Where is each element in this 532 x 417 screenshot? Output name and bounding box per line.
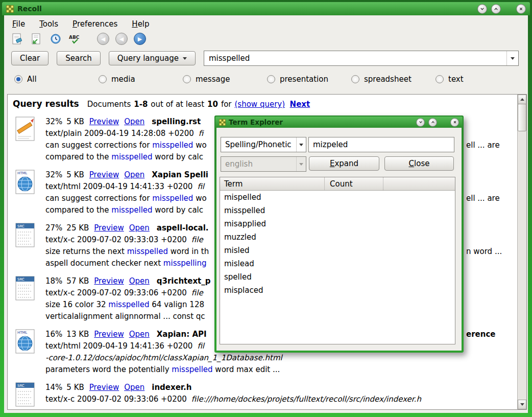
result-meta: text/x-c 2009-07-02 09:33:06 +0200 [45, 288, 187, 297]
maximize-button[interactable] [428, 118, 437, 127]
file-size: 57 KB [66, 276, 89, 286]
nav-next-icon[interactable]: ▶ [134, 33, 146, 45]
menu-help[interactable]: Help [132, 19, 149, 29]
dialog-title: Term Explorer [229, 118, 413, 126]
close-button[interactable] [450, 118, 459, 127]
chevron-down-icon [511, 57, 515, 60]
term-row[interactable]: mislead [220, 257, 455, 270]
term-row[interactable]: misspelled [220, 204, 455, 217]
preview-link[interactable]: Preview [94, 330, 124, 339]
preview-link[interactable]: Preview [89, 117, 119, 126]
result-path: fi [199, 129, 203, 138]
term-input[interactable]: mizpeled [308, 137, 454, 152]
result-title: aspell-local. [157, 223, 209, 233]
query-input[interactable]: misspelled [204, 54, 506, 63]
file-size: 5 KB [66, 170, 84, 179]
preview-link[interactable]: Preview [89, 170, 119, 179]
source-file-icon: SRC [13, 275, 45, 322]
svg-text:SRC: SRC [17, 384, 25, 388]
filter-all[interactable]: All [14, 75, 99, 84]
radio-icon [99, 75, 107, 83]
doc-type-filter-row: All media message presentation spreadshe… [4, 70, 528, 89]
recoll-logo-icon [6, 5, 14, 13]
result-path-line: -core-1.0.12/docs/apidoc/html/classXapia… [45, 352, 518, 364]
filter-presentation[interactable]: presentation [267, 75, 351, 84]
result-meta: text/plain 2009-04-19 14:28:08 +0200 [45, 129, 194, 138]
snippet-fragment: ell ... are [466, 193, 500, 204]
start-query-icon[interactable] [30, 32, 43, 45]
menu-tools[interactable]: Tools [39, 19, 58, 29]
window-titlebar[interactable]: Recoll [2, 2, 530, 15]
highlighted-term: misspelled [127, 247, 168, 256]
language-dropdown[interactable]: english [221, 156, 306, 172]
shade-button[interactable] [416, 118, 425, 127]
term-column-header[interactable]: Term [220, 177, 325, 190]
close-button[interactable] [516, 4, 526, 14]
radio-icon [183, 75, 191, 83]
nav-first-icon[interactable]: ◀ [97, 33, 109, 45]
preview-link[interactable]: Preview [94, 276, 124, 286]
terms-table-header: Term Count [220, 177, 455, 191]
open-link[interactable]: Open [129, 276, 150, 286]
term-explorer-icon[interactable]: ABC [68, 32, 82, 45]
filter-media[interactable]: media [99, 75, 183, 84]
open-link[interactable]: Open [124, 170, 144, 179]
result-title: indexer.h [152, 383, 191, 392]
preview-link[interactable]: Preview [89, 383, 119, 392]
terms-table: Term Count mispelled misspelled misappli… [220, 177, 455, 344]
scroll-up-button[interactable] [518, 95, 526, 104]
triangle-up-icon [520, 98, 524, 101]
maximize-button[interactable] [491, 4, 501, 14]
dialog-titlebar[interactable]: Term Explorer [215, 117, 463, 128]
preview-link[interactable]: Preview [94, 223, 124, 233]
shade-button[interactable] [477, 4, 487, 14]
term-row[interactable]: mispelled [220, 191, 455, 204]
show-query-link[interactable]: (show query) [235, 100, 285, 109]
chevron-down-icon [299, 144, 303, 146]
query-combo-arrow[interactable] [506, 51, 518, 65]
open-link[interactable]: Open [124, 383, 144, 392]
expand-mode-dropdown[interactable]: Spelling/Phonetic [221, 137, 306, 152]
result-meta: text/x-c 2009-07-02 09:33:06 +0200 [45, 395, 187, 404]
results-title: Query results [13, 99, 79, 109]
filter-spreadsheet[interactable]: spreadsheet [351, 75, 436, 84]
history-icon[interactable] [49, 32, 62, 45]
term-row[interactable]: muzzled [220, 230, 455, 244]
filter-message[interactable]: message [183, 75, 267, 84]
query-language-dropdown[interactable]: Query language [109, 51, 196, 65]
result-row: SRC 14%5 KBPreviewOpenindexer.h text/x-c… [13, 382, 518, 409]
term-row[interactable]: misled [220, 244, 455, 257]
chevron-down-icon [183, 57, 187, 60]
recoll-logo-icon [219, 119, 226, 126]
term-row[interactable]: misplaced [220, 284, 455, 297]
count-column-header[interactable]: Count [325, 177, 383, 190]
file-size: 5 KB [66, 117, 84, 126]
close-dialog-button[interactable]: Close [384, 156, 454, 171]
scrollbar-thumb[interactable] [518, 104, 526, 131]
open-link[interactable]: Open [129, 223, 150, 233]
open-link[interactable]: Open [124, 117, 144, 126]
open-link[interactable]: Open [129, 330, 150, 339]
result-path: file:///home/dockes/projets/fulltext/rec… [191, 395, 421, 404]
clear-button[interactable]: Clear [11, 51, 49, 65]
scroll-down-button[interactable] [518, 400, 526, 409]
result-title: Xapian: API [157, 330, 207, 339]
erase-search-icon[interactable] [10, 32, 23, 45]
chevron-down-icon [299, 163, 303, 166]
highlighted-term: misspelled [152, 141, 193, 150]
source-file-icon: SRC [13, 222, 45, 269]
relevance: 18% [45, 276, 62, 286]
term-row[interactable]: misapplied [220, 217, 455, 230]
highlighted-term: misspelled [111, 152, 152, 161]
search-button[interactable]: Search [57, 51, 101, 65]
next-page-link[interactable]: Next [290, 100, 310, 109]
filter-text[interactable]: text [436, 75, 520, 84]
expand-button[interactable]: Expand [309, 156, 379, 171]
query-combobox[interactable]: misspelled [204, 51, 519, 66]
menu-preferences[interactable]: Preferences [72, 19, 117, 29]
menu-file[interactable]: File [12, 19, 25, 29]
nav-prev-icon[interactable]: ◀ [115, 33, 128, 45]
recoll-window: { "titlebar": { "title": "Recoll" }, "di… [0, 0, 532, 417]
term-row[interactable]: spelled [220, 270, 455, 284]
results-scrollbar[interactable] [517, 95, 526, 409]
